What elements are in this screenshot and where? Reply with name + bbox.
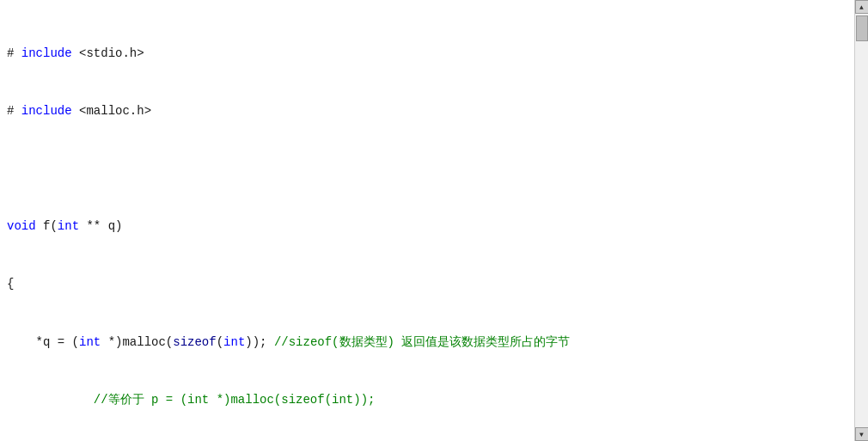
line-6: *q = (int *)malloc(sizeof(int)); //sizeo… (7, 333, 847, 352)
line-2: # include <malloc.h> (7, 101, 847, 120)
line-5: { (7, 274, 847, 293)
editor-window: # include <stdio.h> # include <malloc.h>… (0, 0, 868, 441)
line-1: # include <stdio.h> (7, 44, 847, 63)
scrollbar-track[interactable] (855, 14, 868, 427)
line-7: //等价于 p = (int *)malloc(sizeof(int)); (7, 390, 847, 409)
line-3 (7, 159, 847, 178)
scroll-down-button[interactable]: ▼ (855, 427, 869, 441)
scroll-up-button[interactable]: ▲ (855, 0, 869, 14)
line-4: void f(int ** q) (7, 217, 847, 236)
code-editor[interactable]: # include <stdio.h> # include <malloc.h>… (0, 0, 854, 441)
scrollbar-thumb[interactable] (856, 15, 868, 41)
scrollbar: ▲ ▼ (854, 0, 868, 441)
